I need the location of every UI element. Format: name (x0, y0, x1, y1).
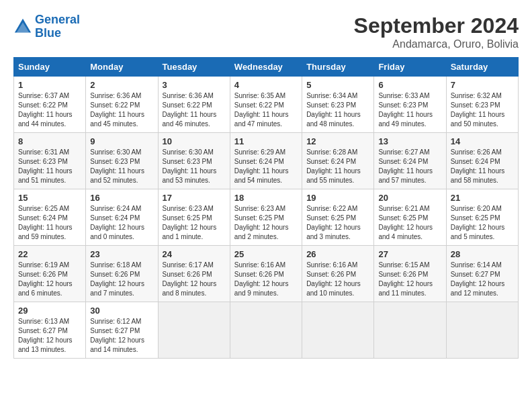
day-info: Sunrise: 6:12 AM Sunset: 6:27 PM Dayligh… (90, 317, 153, 355)
day-info: Sunrise: 6:35 AM Sunset: 6:22 PM Dayligh… (234, 91, 298, 129)
calendar-cell: 11Sunrise: 6:29 AM Sunset: 6:24 PM Dayli… (230, 133, 302, 189)
week-row-4: 22Sunrise: 6:19 AM Sunset: 6:26 PM Dayli… (14, 246, 519, 302)
day-info: Sunrise: 6:18 AM Sunset: 6:26 PM Dayligh… (90, 261, 153, 298)
day-info: Sunrise: 6:15 AM Sunset: 6:26 PM Dayligh… (378, 261, 441, 298)
calendar-cell: 15Sunrise: 6:25 AM Sunset: 6:24 PM Dayli… (14, 189, 86, 246)
day-number: 21 (451, 193, 514, 203)
calendar-cell: 25Sunrise: 6:16 AM Sunset: 6:26 PM Dayli… (230, 246, 302, 302)
day-number: 17 (163, 193, 226, 203)
day-number: 12 (306, 136, 369, 146)
day-number: 29 (18, 306, 81, 316)
day-number: 9 (90, 136, 153, 146)
day-number: 7 (451, 80, 514, 90)
day-info: Sunrise: 6:32 AM Sunset: 6:23 PM Dayligh… (451, 91, 514, 129)
day-number: 24 (163, 249, 226, 259)
calendar-cell: 22Sunrise: 6:19 AM Sunset: 6:26 PM Dayli… (14, 246, 86, 302)
weekday-header-friday: Friday (374, 58, 446, 77)
day-number: 10 (163, 136, 226, 146)
day-number: 14 (451, 136, 514, 146)
day-number: 28 (451, 249, 514, 259)
logo-general: General (35, 13, 80, 26)
calendar-cell: 3Sunrise: 6:36 AM Sunset: 6:22 PM Daylig… (158, 77, 230, 133)
calendar-cell: 23Sunrise: 6:18 AM Sunset: 6:26 PM Dayli… (86, 246, 158, 302)
day-number: 26 (306, 249, 369, 259)
calendar-cell: 26Sunrise: 6:16 AM Sunset: 6:26 PM Dayli… (302, 246, 374, 302)
day-info: Sunrise: 6:31 AM Sunset: 6:23 PM Dayligh… (18, 148, 81, 185)
calendar-cell: 28Sunrise: 6:14 AM Sunset: 6:27 PM Dayli… (446, 246, 518, 302)
day-number: 30 (90, 306, 153, 316)
calendar-cell: 1Sunrise: 6:37 AM Sunset: 6:22 PM Daylig… (14, 77, 86, 133)
calendar-cell: 14Sunrise: 6:26 AM Sunset: 6:24 PM Dayli… (446, 133, 518, 189)
calendar-cell (374, 302, 446, 359)
calendar-cell: 6Sunrise: 6:33 AM Sunset: 6:23 PM Daylig… (374, 77, 446, 133)
day-number: 27 (378, 249, 441, 259)
day-info: Sunrise: 6:14 AM Sunset: 6:27 PM Dayligh… (451, 261, 514, 298)
day-number: 11 (234, 136, 298, 146)
calendar-cell: 10Sunrise: 6:30 AM Sunset: 6:23 PM Dayli… (158, 133, 230, 189)
day-info: Sunrise: 6:13 AM Sunset: 6:27 PM Dayligh… (18, 317, 81, 355)
day-number: 13 (378, 136, 441, 146)
calendar-cell: 18Sunrise: 6:23 AM Sunset: 6:25 PM Dayli… (230, 189, 302, 246)
calendar-cell: 30Sunrise: 6:12 AM Sunset: 6:27 PM Dayli… (86, 302, 158, 359)
calendar-cell: 5Sunrise: 6:34 AM Sunset: 6:23 PM Daylig… (302, 77, 374, 133)
day-number: 4 (234, 80, 298, 90)
calendar-cell: 7Sunrise: 6:32 AM Sunset: 6:23 PM Daylig… (446, 77, 518, 133)
day-number: 16 (90, 193, 153, 203)
page-header: General Blue September 2024 Andamarca, O… (13, 13, 519, 50)
logo-blue: Blue (35, 27, 80, 40)
day-info: Sunrise: 6:17 AM Sunset: 6:26 PM Dayligh… (163, 261, 226, 298)
calendar-cell: 13Sunrise: 6:27 AM Sunset: 6:24 PM Dayli… (374, 133, 446, 189)
day-info: Sunrise: 6:26 AM Sunset: 6:24 PM Dayligh… (451, 148, 514, 185)
day-number: 22 (18, 249, 81, 259)
calendar-cell: 9Sunrise: 6:30 AM Sunset: 6:23 PM Daylig… (86, 133, 158, 189)
calendar-cell: 12Sunrise: 6:28 AM Sunset: 6:24 PM Dayli… (302, 133, 374, 189)
week-row-5: 29Sunrise: 6:13 AM Sunset: 6:27 PM Dayli… (14, 302, 519, 359)
calendar-cell: 21Sunrise: 6:20 AM Sunset: 6:25 PM Dayli… (446, 189, 518, 246)
day-number: 6 (378, 80, 441, 90)
calendar-cell: 17Sunrise: 6:23 AM Sunset: 6:25 PM Dayli… (158, 189, 230, 246)
calendar-cell: 16Sunrise: 6:24 AM Sunset: 6:24 PM Dayli… (86, 189, 158, 246)
day-number: 23 (90, 249, 153, 259)
calendar-cell: 27Sunrise: 6:15 AM Sunset: 6:26 PM Dayli… (374, 246, 446, 302)
calendar-cell (230, 302, 302, 359)
day-number: 20 (378, 193, 441, 203)
week-row-2: 8Sunrise: 6:31 AM Sunset: 6:23 PM Daylig… (14, 133, 519, 189)
location: Andamarca, Oruro, Bolivia (354, 38, 519, 50)
day-number: 25 (234, 249, 298, 259)
calendar-cell: 2Sunrise: 6:36 AM Sunset: 6:22 PM Daylig… (86, 77, 158, 133)
day-info: Sunrise: 6:22 AM Sunset: 6:25 PM Dayligh… (306, 204, 369, 242)
day-info: Sunrise: 6:16 AM Sunset: 6:26 PM Dayligh… (306, 261, 369, 298)
logo-icon (13, 17, 32, 36)
weekday-header-saturday: Saturday (446, 58, 518, 77)
day-number: 5 (306, 80, 369, 90)
weekday-header-row: SundayMondayTuesdayWednesdayThursdayFrid… (14, 58, 519, 77)
day-info: Sunrise: 6:24 AM Sunset: 6:24 PM Dayligh… (90, 204, 153, 242)
day-info: Sunrise: 6:30 AM Sunset: 6:23 PM Dayligh… (163, 148, 226, 185)
calendar-table: SundayMondayTuesdayWednesdayThursdayFrid… (13, 57, 519, 359)
calendar-cell: 19Sunrise: 6:22 AM Sunset: 6:25 PM Dayli… (302, 189, 374, 246)
month-title: September 2024 (354, 13, 519, 38)
day-info: Sunrise: 6:33 AM Sunset: 6:23 PM Dayligh… (378, 91, 441, 129)
day-number: 15 (18, 193, 81, 203)
day-number: 2 (90, 80, 153, 90)
week-row-1: 1Sunrise: 6:37 AM Sunset: 6:22 PM Daylig… (14, 77, 519, 133)
logo-text: General Blue (35, 13, 80, 40)
weekday-header-wednesday: Wednesday (230, 58, 302, 77)
calendar-cell: 24Sunrise: 6:17 AM Sunset: 6:26 PM Dayli… (158, 246, 230, 302)
calendar-cell (158, 302, 230, 359)
day-info: Sunrise: 6:37 AM Sunset: 6:22 PM Dayligh… (18, 91, 81, 129)
day-info: Sunrise: 6:23 AM Sunset: 6:25 PM Dayligh… (234, 204, 298, 242)
day-info: Sunrise: 6:36 AM Sunset: 6:22 PM Dayligh… (163, 91, 226, 129)
weekday-header-sunday: Sunday (14, 58, 86, 77)
day-number: 3 (163, 80, 226, 90)
day-number: 19 (306, 193, 369, 203)
day-info: Sunrise: 6:25 AM Sunset: 6:24 PM Dayligh… (18, 204, 81, 242)
day-info: Sunrise: 6:34 AM Sunset: 6:23 PM Dayligh… (306, 91, 369, 129)
calendar-cell: 8Sunrise: 6:31 AM Sunset: 6:23 PM Daylig… (14, 133, 86, 189)
week-row-3: 15Sunrise: 6:25 AM Sunset: 6:24 PM Dayli… (14, 189, 519, 246)
day-number: 1 (18, 80, 81, 90)
day-info: Sunrise: 6:19 AM Sunset: 6:26 PM Dayligh… (18, 261, 81, 298)
day-info: Sunrise: 6:20 AM Sunset: 6:25 PM Dayligh… (451, 204, 514, 242)
day-info: Sunrise: 6:30 AM Sunset: 6:23 PM Dayligh… (90, 148, 153, 185)
weekday-header-monday: Monday (86, 58, 158, 77)
